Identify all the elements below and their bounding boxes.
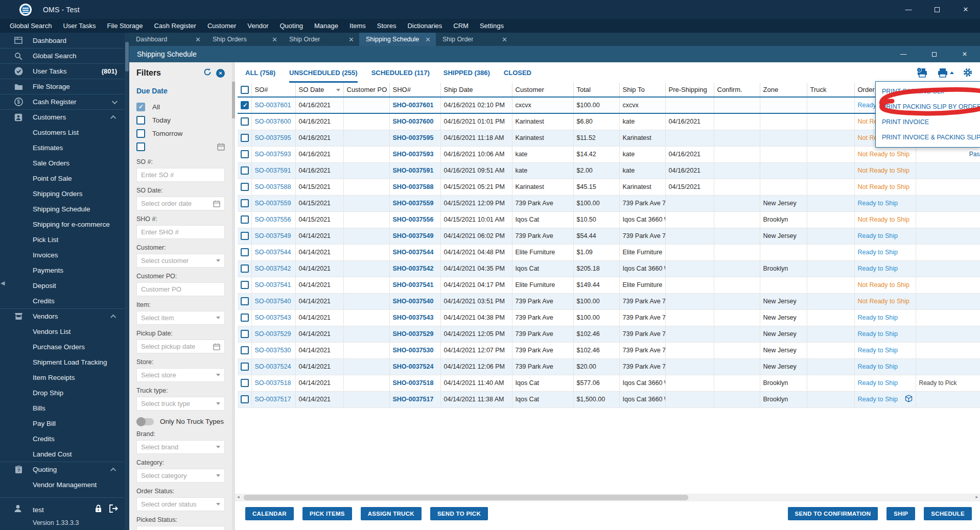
- row-checkbox[interactable]: [241, 232, 249, 240]
- sho-link[interactable]: SHO-0037559: [393, 200, 434, 207]
- so-link[interactable]: SO-0037540: [255, 298, 291, 305]
- sidebar-subitem[interactable]: Credits: [0, 293, 124, 308]
- print-preview-icon[interactable]: [916, 67, 928, 78]
- sidebar-subitem[interactable]: Shipping Schedule: [0, 201, 124, 216]
- table-row[interactable]: SO-0037542 04/14/2021 SHO-0037542 04/14/…: [238, 260, 980, 277]
- horizontal-scrollbar-thumb[interactable]: [244, 495, 688, 500]
- action-button[interactable]: SEND TO CONFIRMATION: [788, 507, 878, 520]
- sho-link[interactable]: SHO-0037543: [393, 314, 434, 321]
- so-number-input[interactable]: Enter SO #: [136, 168, 225, 182]
- row-checkbox[interactable]: [241, 101, 249, 109]
- sidebar-item-quoting[interactable]: ? Quoting: [0, 462, 124, 477]
- checkbox[interactable]: [136, 116, 145, 125]
- print-menu-icon[interactable]: [937, 67, 954, 78]
- table-row[interactable]: SO-0037529 04/14/2021 SHO-0037529 04/14/…: [238, 326, 980, 342]
- status-tab[interactable]: ALL (758): [245, 62, 275, 83]
- document-tab[interactable]: Ship Order ✕: [283, 33, 359, 46]
- table-row[interactable]: SO-0037588 04/15/2021 SHO-0037588 04/15/…: [238, 179, 980, 195]
- sho-link[interactable]: SHO-0037530: [393, 347, 434, 354]
- sidebar-subitem[interactable]: Drop Ship: [0, 385, 124, 400]
- table-row[interactable]: SO-0037549 04/14/2021 SHO-0037549 04/14/…: [238, 228, 980, 244]
- sidebar-subitem[interactable]: Credits: [0, 431, 124, 446]
- menu-item[interactable]: Cash Register: [149, 19, 202, 33]
- row-checkbox[interactable]: [241, 248, 249, 256]
- row-checkbox[interactable]: [241, 264, 249, 273]
- pickup-date-input[interactable]: Select pickup date: [136, 340, 225, 353]
- sidebar-subitem[interactable]: Estimates: [0, 140, 124, 155]
- so-link[interactable]: SO-0037543: [255, 314, 291, 321]
- toggle-switch[interactable]: [136, 418, 154, 425]
- scroll-left-arrow-icon[interactable]: ◂: [237, 494, 240, 499]
- sidebar-subitem[interactable]: Sale Orders: [0, 155, 124, 171]
- menu-item[interactable]: File Storage: [101, 19, 148, 33]
- sho-link[interactable]: SHO-0037542: [393, 265, 434, 272]
- sho-link[interactable]: SHO-0037517: [393, 396, 434, 403]
- so-link[interactable]: SO-0037591: [255, 167, 291, 174]
- action-button[interactable]: SEND TO PICK: [430, 507, 488, 520]
- tab-close-icon[interactable]: ✕: [192, 36, 201, 43]
- sidebar-scrollbar-thumb[interactable]: [125, 42, 129, 71]
- table-row[interactable]: SO-0037600 04/16/2021 SHO-0037600 04/16/…: [238, 113, 980, 130]
- print-menu-item[interactable]: PRINT INVOICE & PACKING SLIP: [876, 130, 980, 145]
- tab-close-icon[interactable]: ✕: [422, 36, 431, 43]
- sho-link[interactable]: SHO-0037601: [393, 102, 434, 109]
- document-tab[interactable]: Ship Orders ✕: [206, 33, 283, 46]
- menu-item[interactable]: Stores: [371, 19, 402, 33]
- print-menu-item[interactable]: PRINT INVOICE: [876, 114, 980, 130]
- sidebar-subitem[interactable]: Shipping for e-commerce: [0, 216, 124, 232]
- so-link[interactable]: SO-0037541: [255, 281, 291, 288]
- row-checkbox[interactable]: [241, 330, 249, 338]
- sidebar-collapse-arrow-icon[interactable]: [1, 280, 5, 286]
- sidebar-subitem[interactable]: Pick List: [0, 232, 124, 247]
- table-row[interactable]: SO-0037544 04/14/2021 SHO-0037544 04/14/…: [238, 244, 980, 260]
- action-button[interactable]: CALENDAR: [245, 507, 294, 520]
- table-row[interactable]: SO-0037595 04/16/2021 SHO-0037595 04/16/…: [238, 130, 980, 146]
- so-link[interactable]: SO-0037559: [255, 200, 291, 207]
- row-checkbox[interactable]: [241, 150, 249, 158]
- sidebar-subitem[interactable]: Vendors List: [0, 324, 124, 339]
- picked-status-select[interactable]: Select picked status: [136, 526, 225, 530]
- menu-item[interactable]: Vendor: [242, 19, 274, 33]
- so-link[interactable]: SO-0037601: [255, 102, 291, 109]
- tab-close-icon[interactable]: ✕: [345, 36, 354, 43]
- calendar-icon[interactable]: [213, 343, 220, 350]
- table-row[interactable]: SO-0037541 04/14/2021 SHO-0037541 04/14/…: [238, 277, 980, 293]
- row-checkbox[interactable]: [241, 199, 249, 207]
- sidebar-subitem[interactable]: Vendor Management: [0, 477, 124, 492]
- row-checkbox[interactable]: [241, 117, 249, 126]
- sho-link[interactable]: SHO-0037556: [393, 216, 434, 223]
- table-row[interactable]: SO-0037591 04/16/2021 SHO-0037591 04/16/…: [238, 162, 980, 179]
- checkbox[interactable]: [241, 86, 249, 94]
- so-link[interactable]: SO-0037529: [255, 330, 291, 338]
- print-menu-item[interactable]: PRINT PACKING SLIP BY ORDER QTY: [876, 99, 980, 114]
- select-all-header[interactable]: [238, 83, 251, 97]
- table-row[interactable]: SO-0037540 04/14/2021 SHO-0037540 04/14/…: [238, 293, 980, 309]
- so-link[interactable]: SO-0037549: [255, 232, 291, 239]
- sho-link[interactable]: SHO-0037541: [393, 281, 434, 288]
- sidebar-item-dashboard[interactable]: Dashboard: [0, 33, 124, 48]
- status-tab[interactable]: SHIPPED (386): [444, 62, 490, 83]
- table-row[interactable]: SO-0037543 04/14/2021 SHO-0037543 04/14/…: [238, 309, 980, 326]
- sidebar-subitem[interactable]: Bills: [0, 400, 124, 416]
- sho-link[interactable]: SHO-0037524: [393, 363, 434, 370]
- row-checkbox[interactable]: [241, 281, 249, 289]
- sho-link[interactable]: SHO-0037518: [393, 379, 434, 387]
- table-row[interactable]: SO-0037601 04/16/2021 SHO-0037601 04/16/…: [238, 97, 980, 113]
- sho-link[interactable]: SHO-0037591: [393, 167, 434, 174]
- sho-link[interactable]: SHO-0037544: [393, 249, 434, 256]
- print-menu-item[interactable]: PRINT PACKING SLIP: [876, 84, 980, 99]
- due-option-today[interactable]: Today: [136, 113, 225, 127]
- so-link[interactable]: SO-0037517: [255, 396, 291, 403]
- row-checkbox[interactable]: [241, 314, 249, 322]
- so-date-input[interactable]: Select order date: [136, 197, 225, 210]
- so-link[interactable]: SO-0037518: [255, 379, 291, 387]
- document-tab[interactable]: Dashboard ✕: [129, 33, 206, 46]
- sidebar-item-customers[interactable]: Customers: [0, 109, 124, 125]
- sidebar-subitem[interactable]: Point of Sale: [0, 171, 124, 186]
- so-link[interactable]: SO-0037542: [255, 265, 291, 272]
- table-row[interactable]: SO-0037559 04/15/2021 SHO-0037559 04/15/…: [238, 195, 980, 211]
- sho-number-input[interactable]: Enter SHO #: [136, 225, 225, 239]
- so-link[interactable]: SO-0037524: [255, 363, 291, 370]
- sidebar-subitem[interactable]: Pay Bill: [0, 416, 124, 431]
- menu-item[interactable]: Dictionaries: [402, 19, 448, 33]
